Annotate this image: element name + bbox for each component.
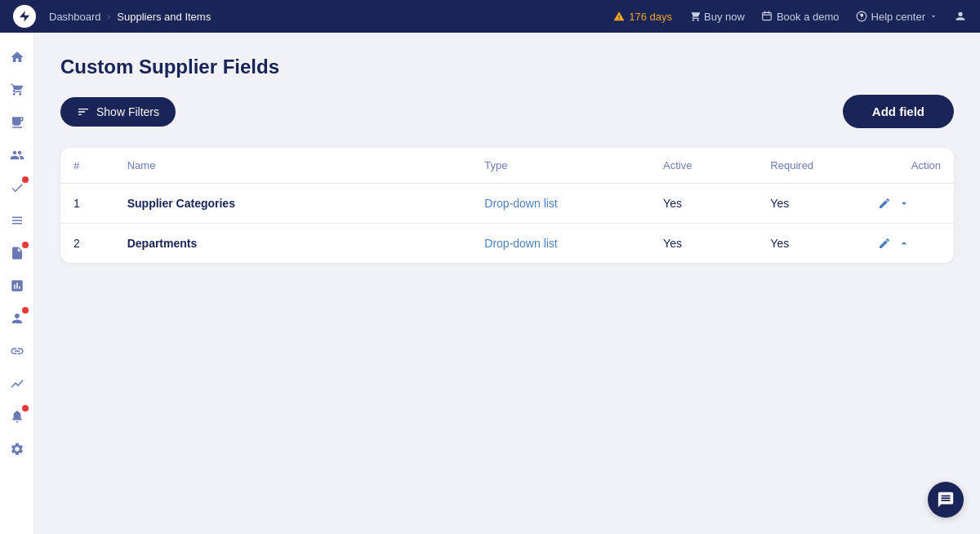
sidebar-item-reports[interactable] [2,271,32,300]
page-title: Custom Supplier Fields [60,56,954,78]
edit-icon[interactable] [878,197,891,210]
sidebar-item-suppliers[interactable] [2,140,32,170]
row-name: Departments [114,224,472,264]
row-num: 1 [60,184,114,224]
sidebar [0,33,34,534]
row-active: Yes [650,224,757,264]
row-type: Drop-down list [471,224,650,264]
topnav-right: 176 days Buy now Book a demo Help center [613,10,967,23]
col-header-type: Type [471,148,650,184]
edit-icon[interactable] [878,237,891,250]
trial-badge: 176 days [613,11,672,23]
app-logo[interactable] [13,5,36,28]
row-required: Yes [757,184,864,224]
row-name: Supplier Categories [114,184,472,224]
row-action [865,184,954,224]
add-field-button[interactable]: Add field [843,95,954,128]
row-type: Drop-down list [471,184,650,224]
sidebar-item-orders[interactable] [2,75,32,105]
breadcrumb: Dashboard › Suppliers and Items [49,11,613,23]
toolbar: Show Filters Add field [60,95,954,128]
sidebar-item-analytics[interactable] [2,369,32,398]
move-up-icon[interactable] [898,237,911,250]
sidebar-item-home[interactable] [2,42,32,72]
top-navbar: Dashboard › Suppliers and Items 176 days… [0,0,980,33]
table-header-row: # Name Type Active Required Action [60,148,954,184]
user-avatar-icon[interactable] [954,10,967,23]
svg-rect-0 [763,12,772,20]
col-header-action: Action [865,148,954,184]
sidebar-item-receive[interactable] [2,108,32,137]
sidebar-item-tasks[interactable] [2,173,32,202]
fields-table-container: # Name Type Active Required Action 1 Sup… [60,148,954,263]
breadcrumb-separator: › [108,11,111,21]
row-num: 2 [60,224,114,264]
sidebar-item-settings[interactable] [2,434,32,464]
col-header-active: Active [650,148,757,184]
sidebar-item-contracts[interactable] [2,238,32,268]
move-down-icon[interactable] [898,197,911,210]
row-active: Yes [650,184,757,224]
sidebar-item-team[interactable] [2,304,32,333]
breadcrumb-home[interactable]: Dashboard [49,11,101,23]
breadcrumb-current: Suppliers and Items [117,11,211,23]
col-header-name: Name [114,148,472,184]
chat-bubble-button[interactable] [928,482,964,518]
table-row: 1 Supplier Categories Drop-down list Yes… [60,184,954,224]
sidebar-item-integrations[interactable] [2,336,32,366]
col-header-num: # [60,148,114,184]
table-row: 2 Departments Drop-down list Yes Yes [60,224,954,264]
fields-table: # Name Type Active Required Action 1 Sup… [60,148,954,263]
show-filters-button[interactable]: Show Filters [60,97,176,127]
row-action [865,224,954,264]
row-required: Yes [757,224,864,264]
book-demo-link[interactable]: Book a demo [761,11,840,23]
buy-now-link[interactable]: Buy now [688,11,745,23]
main-layout: Custom Supplier Fields Show Filters Add … [0,33,980,534]
table-body: 1 Supplier Categories Drop-down list Yes… [60,184,954,264]
main-content: Custom Supplier Fields Show Filters Add … [34,33,980,534]
help-center-link[interactable]: Help center [856,11,938,23]
sidebar-item-notifications[interactable] [2,402,32,431]
col-header-required: Required [757,148,864,184]
sidebar-item-catalog[interactable] [2,206,32,235]
